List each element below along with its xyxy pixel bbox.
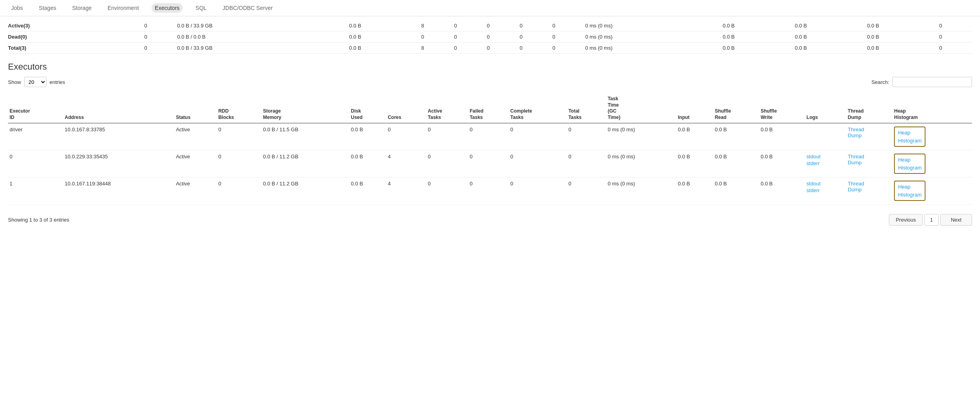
shuffle-write-cell: 0.0 B	[759, 150, 805, 177]
show-entries-group: Show 20 40 60 100 entries	[8, 77, 65, 87]
heap-histogram-cell: HeapHistogram	[892, 150, 972, 177]
thread-dump-link[interactable]: ThreadDump	[848, 154, 864, 166]
col-shuffle-write: ShuffleWrite	[759, 93, 805, 123]
summary-cell: 0.0 B	[349, 43, 421, 54]
col-storage-memory: StorageMemory	[262, 93, 349, 123]
col-cores: Cores	[386, 93, 426, 123]
heap-histogram-link[interactable]: HeapHistogram	[898, 183, 921, 199]
executor-id-cell: 0	[8, 150, 63, 177]
col-active-tasks: ActiveTasks	[426, 93, 468, 123]
col-complete-tasks: CompleteTasks	[509, 93, 567, 123]
summary-row: Dead(0)00.0 B / 0.0 B0.0 B000000 ms (0 m…	[8, 31, 972, 43]
summary-cell: 0.0 B	[867, 20, 939, 31]
summary-row: Total(3)00.0 B / 33.9 GB0.0 B800000 ms (…	[8, 43, 972, 54]
cores-cell: 4	[386, 177, 426, 204]
shuffle-read-cell: 0.0 B	[713, 150, 759, 177]
col-task-time: TaskTime(GCTime)	[606, 93, 676, 123]
summary-cell: 0.0 B	[795, 20, 867, 31]
search-box: Search:	[871, 77, 972, 87]
entries-select[interactable]: 20 40 60 100	[24, 77, 47, 87]
complete-tasks-cell: 0	[509, 150, 567, 177]
controls-row: Show 20 40 60 100 entries Search:	[8, 77, 972, 87]
input-cell: 0.0 B	[676, 123, 713, 150]
summary-cell: 0	[939, 31, 972, 43]
thread-dump-cell: ThreadDump	[846, 150, 892, 177]
summary-cell: 0.0 B	[349, 20, 421, 31]
summary-cell: 0	[552, 43, 585, 54]
col-logs: Logs	[805, 93, 846, 123]
task-time-cell: 0 ms (0 ms)	[606, 123, 676, 150]
previous-button[interactable]: Previous	[889, 214, 923, 226]
summary-cell: 8	[421, 43, 454, 54]
col-input: Input	[676, 93, 713, 123]
table-row: 110.0.167.119:38448Active00.0 B / 11.2 G…	[8, 177, 972, 204]
shuffle-read-cell: 0.0 B	[713, 177, 759, 204]
summary-cell: 0.0 B	[795, 43, 867, 54]
rdd-blocks-cell: 0	[217, 123, 261, 150]
heap-histogram-cell: HeapHistogram	[892, 123, 972, 150]
summary-cell: 0	[519, 43, 552, 54]
summary-row: Active(3)00.0 B / 33.9 GB0.0 B800000 ms …	[8, 20, 972, 31]
active-tasks-cell: 0	[426, 150, 468, 177]
summary-cell: 0	[144, 20, 177, 31]
summary-cell: 0	[487, 31, 519, 43]
status-cell: Active	[174, 177, 217, 204]
logs-cell: stdoutstderr	[805, 150, 846, 177]
nav-item-storage[interactable]: Storage	[69, 3, 95, 13]
nav-item-jdbc-odbc-server[interactable]: JDBC/ODBC Server	[219, 3, 276, 13]
col-thread-dump: ThreadDump	[846, 93, 892, 123]
summary-cell: 0.0 B	[349, 31, 421, 43]
thread-dump-link[interactable]: ThreadDump	[848, 127, 864, 138]
heap-histogram-link[interactable]: HeapHistogram	[898, 156, 921, 171]
complete-tasks-cell: 0	[509, 123, 567, 150]
input-cell: 0.0 B	[676, 150, 713, 177]
storage-memory-cell: 0.0 B / 11.2 GB	[262, 177, 349, 204]
next-button[interactable]: Next	[940, 214, 972, 226]
section-title: Executors	[8, 62, 972, 72]
search-input[interactable]	[892, 77, 972, 87]
summary-cell: 0	[487, 20, 519, 31]
col-executor-id: ExecutorID	[8, 93, 63, 123]
cores-cell: 4	[386, 150, 426, 177]
summary-cell: 0	[454, 43, 487, 54]
shuffle-read-cell: 0.0 B	[713, 123, 759, 150]
nav-item-executors[interactable]: Executors	[152, 3, 183, 13]
summary-cell: 0	[939, 43, 972, 54]
log-link-stdout[interactable]: stdout	[806, 154, 843, 160]
status-cell: Active	[174, 150, 217, 177]
task-time-cell: 0 ms (0 ms)	[606, 150, 676, 177]
disk-used-cell: 0.0 B	[349, 123, 386, 150]
heap-histogram-link[interactable]: HeapHistogram	[898, 129, 921, 144]
active-tasks-cell: 0	[426, 123, 468, 150]
summary-cell: 0.0 B	[722, 43, 795, 54]
nav-item-sql[interactable]: SQL	[192, 3, 210, 13]
summary-cell: 0.0 B / 33.9 GB	[177, 43, 349, 54]
summary-cell: 8	[421, 20, 454, 31]
thread-dump-link[interactable]: ThreadDump	[848, 181, 864, 193]
log-link-stderr[interactable]: stderr	[806, 187, 843, 193]
col-rdd-blocks: RDDBlocks	[217, 93, 261, 123]
failed-tasks-cell: 0	[468, 177, 509, 204]
col-failed-tasks: FailedTasks	[468, 93, 509, 123]
disk-used-cell: 0.0 B	[349, 177, 386, 204]
page-number: 1	[924, 214, 939, 226]
summary-cell: 0.0 B	[867, 31, 939, 43]
log-link-stdout[interactable]: stdout	[806, 181, 843, 187]
heap-histogram-cell: HeapHistogram	[892, 177, 972, 204]
nav-item-jobs[interactable]: Jobs	[8, 3, 26, 13]
disk-used-cell: 0.0 B	[349, 150, 386, 177]
shuffle-write-cell: 0.0 B	[759, 177, 805, 204]
executor-id-cell: driver	[8, 123, 63, 150]
thread-dump-cell: ThreadDump	[846, 123, 892, 150]
log-link-stderr[interactable]: stderr	[806, 160, 843, 166]
summary-cell: 0	[552, 31, 585, 43]
nav-item-stages[interactable]: Stages	[36, 3, 60, 13]
col-status: Status	[174, 93, 217, 123]
footer-row: Showing 1 to 3 of 3 entries Previous 1 N…	[8, 211, 972, 226]
total-tasks-cell: 0	[567, 150, 606, 177]
nav-item-environment[interactable]: Environment	[104, 3, 142, 13]
task-time-cell: 0 ms (0 ms)	[606, 177, 676, 204]
executors-table: ExecutorID Address Status RDDBlocks Stor…	[8, 93, 972, 204]
summary-cell: 0.0 B	[722, 20, 795, 31]
active-tasks-cell: 0	[426, 177, 468, 204]
